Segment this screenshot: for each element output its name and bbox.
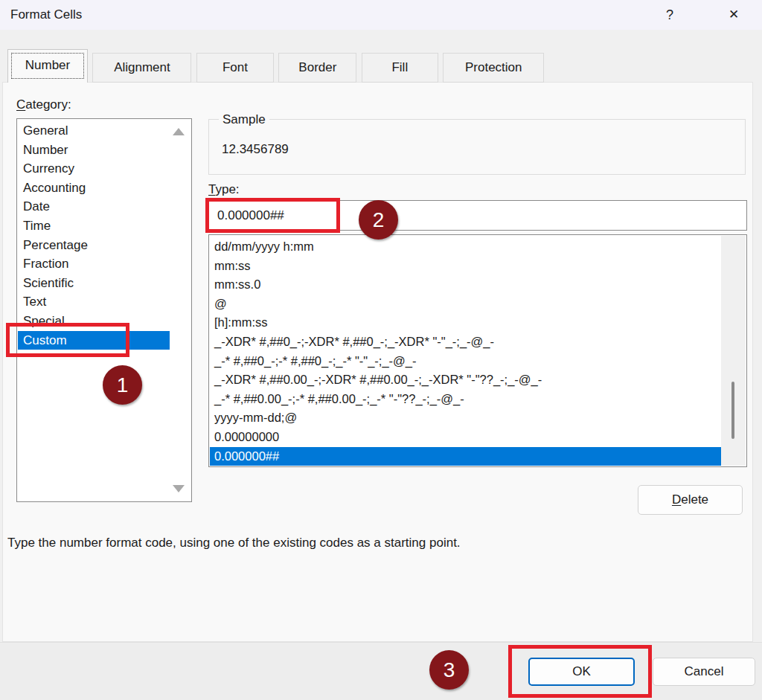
format-code-item[interactable]: _-* #,##0.00_-;-* #,##0.00_-;_-* "-"??_-… bbox=[210, 390, 722, 409]
ok-button[interactable]: OK bbox=[528, 658, 635, 686]
help-icon[interactable]: ? bbox=[655, 0, 685, 30]
category-item-date[interactable]: Date bbox=[18, 197, 170, 216]
tab-font[interactable]: Font bbox=[196, 53, 274, 83]
format-code-item[interactable]: _-XDR* #,##0_-;-XDR* #,##0_-;_-XDR* "-"_… bbox=[210, 333, 722, 352]
category-label: Category: bbox=[16, 97, 71, 112]
format-code-item[interactable]: mm:ss bbox=[210, 257, 722, 276]
tab-number[interactable]: Number bbox=[7, 49, 88, 83]
scroll-up-icon[interactable] bbox=[173, 128, 185, 135]
format-code-item-selected[interactable]: 0.000000## bbox=[210, 447, 722, 466]
step-badge-1: 1 bbox=[103, 365, 142, 405]
title-bar: Format Cells ? ✕ bbox=[0, 0, 762, 30]
step-badge-3: 3 bbox=[429, 650, 469, 690]
type-label: Type: bbox=[208, 182, 240, 197]
category-item-currency[interactable]: Currency bbox=[18, 159, 170, 179]
format-code-item[interactable]: _-XDR* #,##0.00_-;-XDR* #,##0.00_-;_-XDR… bbox=[210, 370, 722, 390]
format-code-item[interactable]: 0.00000000 bbox=[210, 428, 722, 447]
cancel-button[interactable]: Cancel bbox=[653, 658, 755, 686]
format-code-item[interactable]: @ bbox=[210, 295, 722, 314]
category-item-scientific[interactable]: Scientific bbox=[18, 274, 170, 293]
format-code-item[interactable]: dd/mm/yyyy h:mm bbox=[210, 237, 722, 257]
sample-groupbox: Sample 12.3456789 bbox=[208, 119, 746, 175]
footer-bar bbox=[0, 642, 762, 700]
tab-alignment[interactable]: Alignment bbox=[92, 53, 191, 83]
close-icon[interactable]: ✕ bbox=[719, 0, 749, 30]
category-item-number[interactable]: Number bbox=[18, 141, 170, 160]
delete-button[interactable]: Delete bbox=[638, 485, 743, 515]
tab-fill[interactable]: Fill bbox=[362, 53, 438, 83]
category-items: General Number Currency Accounting Date … bbox=[18, 121, 170, 350]
format-code-item[interactable]: mm:ss.0 bbox=[210, 275, 722, 295]
tab-protection[interactable]: Protection bbox=[443, 53, 544, 83]
category-item-time[interactable]: Time bbox=[18, 216, 170, 236]
format-codes-scrollbar[interactable] bbox=[721, 236, 746, 466]
category-item-general[interactable]: General bbox=[18, 121, 170, 141]
scroll-down-icon[interactable] bbox=[173, 485, 185, 492]
category-item-percentage[interactable]: Percentage bbox=[18, 236, 170, 255]
category-item-text[interactable]: Text bbox=[18, 292, 170, 312]
type-input[interactable] bbox=[208, 200, 747, 231]
format-codes-listbox: dd/mm/yyyy h:mm mm:ss mm:ss.0 @ [h]:mm:s… bbox=[208, 234, 747, 467]
category-item-special[interactable]: Special bbox=[18, 312, 170, 331]
format-code-item[interactable]: yyyy-mm-dd;@ bbox=[210, 408, 722, 428]
sample-value: 12.3456789 bbox=[222, 142, 289, 157]
category-item-fraction[interactable]: Fraction bbox=[18, 254, 170, 274]
tab-border[interactable]: Border bbox=[278, 53, 356, 83]
category-item-accounting[interactable]: Accounting bbox=[18, 179, 170, 198]
format-code-item[interactable]: _-* #,##0_-;-* #,##0_-;_-* "-"_-;_-@_- bbox=[210, 352, 722, 371]
instruction-text: Type the number format code, using one o… bbox=[7, 536, 752, 550]
sample-label: Sample bbox=[219, 112, 269, 127]
format-code-item[interactable]: [h]:mm:ss bbox=[210, 313, 722, 333]
format-codes-items: dd/mm/yyyy h:mm mm:ss mm:ss.0 @ [h]:mm:s… bbox=[210, 237, 722, 466]
format-cells-dialog: Format Cells ? ✕ Number Alignment Font B… bbox=[0, 0, 762, 700]
category-listbox: General Number Currency Accounting Date … bbox=[16, 118, 192, 502]
scrollbar-thumb[interactable] bbox=[731, 382, 734, 439]
window-title: Format Cells bbox=[10, 0, 82, 30]
tab-strip: Number Alignment Font Border Fill Protec… bbox=[7, 49, 545, 83]
step-badge-2: 2 bbox=[359, 200, 398, 240]
category-item-custom[interactable]: Custom bbox=[18, 331, 170, 350]
